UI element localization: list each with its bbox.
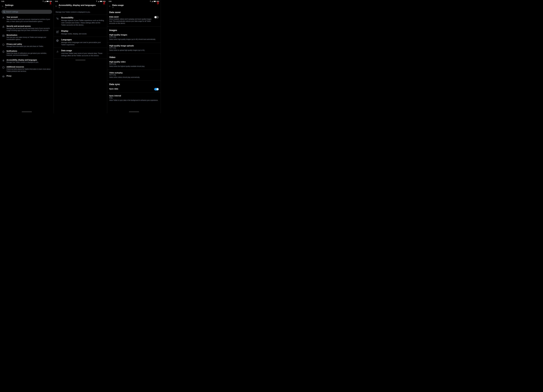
acc-display-title: Display [61, 30, 87, 32]
images-section-header: Images [107, 27, 161, 32]
sync-data-title: Sync data [109, 88, 153, 90]
settings-item-additional[interactable]: Additional resources Check out other pla… [0, 65, 53, 74]
high-quality-video-title: High-quality video [109, 61, 159, 63]
svg-rect-17 [98, 1, 99, 2]
high-quality-uploads-title: High-quality image uploads [109, 45, 159, 47]
chart-icon [56, 50, 59, 53]
eye-off-icon [56, 17, 59, 20]
sync-data-toggle[interactable] [154, 88, 159, 90]
battery-icon-2 [100, 1, 102, 2]
sync-interval-item[interactable]: Sync interval Daily Allow Twitter to syn… [107, 93, 161, 103]
high-quality-images-title: High-quality images [109, 34, 159, 36]
accessibility-title: Accessibility, display and languages [6, 59, 39, 61]
video-autoplay-title: Video autoplay [109, 72, 159, 74]
monetization-title: Monetization [6, 34, 51, 36]
acc-accessibility-title: Accessibility [61, 17, 105, 19]
high-quality-uploads-item[interactable]: High-quality image uploads Wi-Fi only Se… [107, 43, 161, 53]
data-saver-toggle[interactable] [154, 16, 159, 18]
settings-item-your-account[interactable]: Your account See information about your … [0, 15, 53, 24]
accessibility-panel-title: Accessibility, display and languages [59, 4, 96, 6]
data-usage-header: ← Data usage @ [107, 3, 161, 9]
acc-item-data-usage[interactable]: Data usage Limit how Twitter uses some o… [54, 48, 107, 59]
info-icon [2, 66, 5, 69]
svg-rect-2 [45, 1, 45, 2]
status-bar-2: 5:01 82% [54, 0, 107, 3]
accessibility-header: ← Accessibility, display and languages @ [54, 3, 107, 9]
settings-panel: 1 5:01 82% ← Set [0, 0, 54, 113]
panel-number-2: 2 [103, 1, 105, 5]
accessibility-panel-sub: @ [59, 6, 96, 8]
high-quality-video-desc: Select when the highest quality availabl… [109, 65, 159, 67]
signal-icon-1 [45, 1, 46, 2]
back-button-1[interactable]: ← [1, 5, 4, 7]
time-2: 5:01 [55, 1, 58, 2]
signal-icon-2 [98, 1, 100, 2]
high-quality-images-item[interactable]: High-quality images Wi-Fi only Select wh… [107, 32, 161, 42]
eye-icon [2, 75, 5, 78]
security-title: Security and account access [6, 25, 51, 27]
time-3: 5:01 [109, 1, 112, 2]
sync-interval-title: Sync interval [109, 95, 159, 97]
acc-languages-title: Languages [61, 39, 105, 41]
additional-title: Additional resources [6, 66, 51, 68]
data-saver-section-header: Data saver [107, 9, 161, 14]
settings-item-accessibility[interactable]: Accessibility, display and languages Man… [0, 58, 53, 65]
svg-point-10 [3, 60, 4, 60]
acc-accessibility-desc: Manage aspects of your Twitter experienc… [61, 19, 105, 26]
video-autoplay-item[interactable]: Video autoplay Wi-Fi only Select when vi… [107, 70, 161, 80]
home-indicator-2 [54, 59, 107, 61]
settings-item-proxy[interactable]: Proxy [0, 74, 53, 79]
svg-rect-19 [99, 1, 99, 2]
time-1: 5:01 [1, 1, 4, 2]
privacy-title: Privacy and safety [6, 43, 44, 45]
data-saver-toggle-desc: When enabled, videos won't autoplay and … [109, 18, 153, 24]
data-sync-section-header: Data sync [107, 81, 161, 86]
video-autoplay-sub: Wi-Fi only [109, 74, 159, 76]
panel-number-3: 3 [157, 1, 159, 5]
accessibility-panel: 2 5:01 82% ← Acc [54, 0, 107, 113]
person-icon [2, 16, 5, 19]
settings-sub: @ [5, 6, 13, 8]
your-account-desc: See information about your account, down… [6, 18, 51, 22]
acc-data-usage-title: Data usage [61, 50, 105, 52]
data-saver-toggle-title: Data saver [109, 16, 153, 18]
svg-rect-0 [45, 2, 45, 2]
wifi-icon-1 [42, 1, 44, 2]
acc-item-display[interactable]: Display Manage media, display, and sound… [54, 28, 107, 37]
svg-rect-3 [46, 1, 46, 2]
home-indicator-3 [107, 111, 161, 113]
acc-item-languages[interactable]: Languages Manage which languages are use… [54, 37, 107, 48]
settings-item-notifications[interactable]: Notifications Select the kinds of notifi… [0, 49, 53, 58]
monetization-desc: See how you can make money on Twitter an… [6, 36, 51, 41]
high-quality-uploads-sub: Wi-Fi only [109, 47, 159, 49]
lock-icon [2, 25, 5, 28]
bell-icon [2, 50, 5, 53]
accessibility-desc: Manage how Twitter content is displayed … [6, 61, 39, 63]
data-saver-toggle-row[interactable]: Data saver When enabled, videos won't au… [107, 14, 161, 26]
high-quality-video-item[interactable]: High-quality video Wi-Fi only Select whe… [107, 59, 161, 69]
wifi-icon-3 [149, 1, 151, 2]
signal-icon-3 [152, 1, 153, 2]
settings-item-security[interactable]: Security and account access Manage your … [0, 24, 53, 33]
accessibility-manage-text: Manage how Twitter content is displayed … [54, 9, 107, 15]
acc-display-desc: Manage media, display, and sound. [61, 33, 87, 35]
video-section-header: Video [107, 54, 161, 59]
back-button-2[interactable]: ← [55, 5, 57, 7]
battery-icon-1 [46, 1, 49, 2]
svg-rect-21 [102, 1, 102, 2]
video-autoplay-desc: Select when videos should play automatic… [109, 76, 159, 78]
settings-item-monetization[interactable]: Monetization See how you can make money … [0, 33, 53, 42]
panel-number-1: 1 [50, 1, 51, 5]
back-button-3[interactable]: ← [109, 5, 111, 7]
sync-interval-desc: Allow Twitter to sync data in the backgr… [109, 99, 159, 101]
settings-item-privacy[interactable]: Privacy and safety Manage what informati… [0, 42, 53, 49]
notifications-title: Notifications [6, 50, 51, 52]
status-bar-1: 5:01 82% [0, 0, 54, 3]
acc-item-accessibility[interactable]: Accessibility Manage aspects of your Twi… [54, 15, 107, 28]
battery-icon-3 [154, 1, 156, 2]
shield-icon [2, 43, 5, 46]
security-desc: Manage your account's security and keep … [6, 27, 51, 32]
svg-point-15 [3, 76, 4, 77]
search-bar[interactable]: Search settings [1, 10, 52, 14]
sync-data-toggle-row[interactable]: Sync data [107, 86, 161, 92]
